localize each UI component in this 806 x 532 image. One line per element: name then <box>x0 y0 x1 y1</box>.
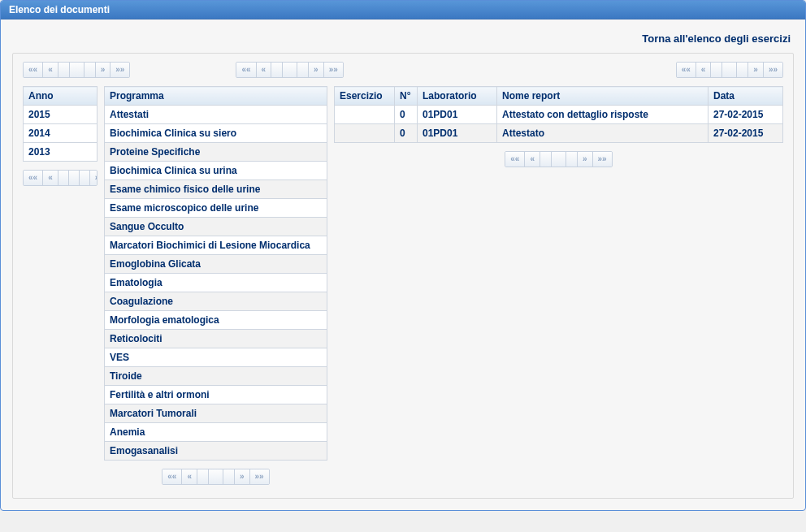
programma-row[interactable]: Emogasanalisi <box>105 442 327 461</box>
programma-row[interactable]: Morfologia ematologica <box>105 311 327 330</box>
page-current[interactable] <box>69 171 80 185</box>
page-blank <box>223 469 235 484</box>
laboratorio-header: Laboratorio <box>418 87 497 106</box>
report-cell-esercizio <box>335 106 395 124</box>
report-column: Esercizio N° Laboratorio Nome report Dat… <box>334 86 783 167</box>
anno-header: Anno <box>24 87 98 106</box>
n-header: N° <box>395 87 418 106</box>
next-button[interactable]: » <box>90 171 98 185</box>
page-blank <box>271 63 283 77</box>
prev-button[interactable]: « <box>43 63 58 77</box>
next-button[interactable]: » <box>578 152 593 167</box>
anno-row[interactable]: 2014 <box>24 124 98 143</box>
page-current[interactable] <box>552 152 566 167</box>
pager-anno-bottom: «« « » »» <box>23 170 98 186</box>
report-grid: Esercizio N° Laboratorio Nome report Dat… <box>334 86 783 143</box>
page-blank <box>84 63 96 77</box>
programma-row[interactable]: VES <box>105 348 327 367</box>
page-current[interactable] <box>70 63 84 77</box>
report-cell-data: 27-02-2015 <box>708 124 783 143</box>
programma-row[interactable]: Emoglobina Glicata <box>105 255 327 274</box>
first-button[interactable]: «« <box>677 63 696 77</box>
next-button[interactable]: » <box>309 63 324 77</box>
programma-row[interactable]: Biochimica Clinica su urina <box>105 162 327 180</box>
prev-button[interactable]: « <box>525 152 540 167</box>
programma-row[interactable]: Esame microscopico delle urine <box>105 199 327 218</box>
page-blank <box>80 171 90 185</box>
last-button[interactable]: »» <box>764 63 782 77</box>
back-to-exercises-link[interactable]: Torna all'elenco degli esercizi <box>642 32 791 45</box>
first-button[interactable]: «« <box>162 469 182 484</box>
programma-row[interactable]: Attestati <box>105 106 327 124</box>
panel-body: Torna all'elenco degli esercizi «« « » »… <box>1 19 805 510</box>
last-button[interactable]: »» <box>324 63 343 77</box>
programma-row[interactable]: Biochimica Clinica su siero <box>105 124 327 143</box>
programma-row[interactable]: Coagulazione <box>105 292 327 311</box>
first-button[interactable]: «« <box>24 171 43 185</box>
programma-row[interactable]: Reticolociti <box>105 330 327 348</box>
data-header: Data <box>708 87 783 106</box>
top-pagers: «« « » »» «« « » »» <box>23 62 783 78</box>
report-cell-nome[interactable]: Attestato con dettaglio risposte <box>497 106 708 124</box>
top-link-row: Torna all'elenco degli esercizi <box>12 29 794 53</box>
prev-button[interactable]: « <box>696 63 712 77</box>
last-button[interactable]: »» <box>250 469 269 484</box>
programma-row[interactable]: Proteine Specifiche <box>105 143 327 162</box>
report-row[interactable]: 001PD01Attestato27-02-2015 <box>335 124 783 143</box>
page-blank <box>711 63 722 77</box>
programma-row[interactable]: Ematologia <box>105 274 327 292</box>
anno-row[interactable]: 2015 <box>24 106 98 124</box>
page-blank <box>297 63 309 77</box>
programma-row[interactable]: Fertilità e altri ormoni <box>105 386 327 404</box>
anno-column: Anno 201520142013 «« « » »» <box>23 86 98 186</box>
page-current[interactable] <box>722 63 737 77</box>
pager-programma-top: «« « » »» <box>236 62 343 78</box>
report-cell-lab: 01PD01 <box>418 124 497 143</box>
page-current[interactable] <box>209 469 223 484</box>
prev-button[interactable]: « <box>257 63 272 77</box>
next-button[interactable]: » <box>235 469 250 484</box>
report-cell-data: 27-02-2015 <box>708 106 783 124</box>
programma-row[interactable]: Anemia <box>105 423 327 442</box>
pager-anno-top: «« « » »» <box>23 62 130 78</box>
report-cell-n: 0 <box>395 124 418 143</box>
prev-button[interactable]: « <box>43 171 58 185</box>
panel-title: Elenco dei documenti <box>1 1 805 19</box>
first-button[interactable]: «« <box>505 152 525 167</box>
report-cell-esercizio <box>335 124 395 143</box>
programma-row[interactable]: Sangue Occulto <box>105 218 327 236</box>
programma-row[interactable]: Marcatori Biochimici di Lesione Miocardi… <box>105 236 327 255</box>
page-blank <box>58 171 69 185</box>
report-cell-n: 0 <box>395 106 418 124</box>
esercizio-header: Esercizio <box>335 87 395 106</box>
page-blank <box>540 152 552 167</box>
first-button[interactable]: «« <box>24 63 43 77</box>
report-row[interactable]: 001PD01Attestato con dettaglio risposte2… <box>335 106 783 124</box>
programma-grid: Programma AttestatiBiochimica Clinica su… <box>104 86 327 461</box>
report-cell-nome[interactable]: Attestato <box>497 124 708 143</box>
page-blank <box>58 63 70 77</box>
anno-row[interactable]: 2013 <box>24 143 98 162</box>
pager-programma-bottom: «« « » »» <box>162 469 269 485</box>
programma-column: Programma AttestatiBiochimica Clinica su… <box>104 86 327 485</box>
programma-row[interactable]: Esame chimico fisico delle urine <box>105 180 327 199</box>
programma-row[interactable]: Tiroide <box>105 367 327 386</box>
documents-panel: Elenco dei documenti Torna all'elenco de… <box>0 0 806 511</box>
report-cell-lab: 01PD01 <box>418 106 497 124</box>
page-blank <box>197 469 209 484</box>
page-current[interactable] <box>283 63 297 77</box>
programma-row[interactable]: Marcatori Tumorali <box>105 404 327 423</box>
columns: Anno 201520142013 «« « » »» <box>23 86 783 485</box>
pager-report-top: «« « » »» <box>676 62 783 78</box>
pager-report-bottom: «« « » »» <box>505 151 612 167</box>
anno-grid: Anno 201520142013 <box>23 86 98 162</box>
programma-header: Programma <box>105 87 327 106</box>
prev-button[interactable]: « <box>182 469 197 484</box>
page-blank <box>566 152 578 167</box>
page-blank <box>737 63 748 77</box>
last-button[interactable]: »» <box>593 152 612 167</box>
last-button[interactable]: »» <box>110 63 129 77</box>
next-button[interactable]: » <box>748 63 764 77</box>
first-button[interactable]: «« <box>236 63 256 77</box>
next-button[interactable]: » <box>96 63 111 77</box>
